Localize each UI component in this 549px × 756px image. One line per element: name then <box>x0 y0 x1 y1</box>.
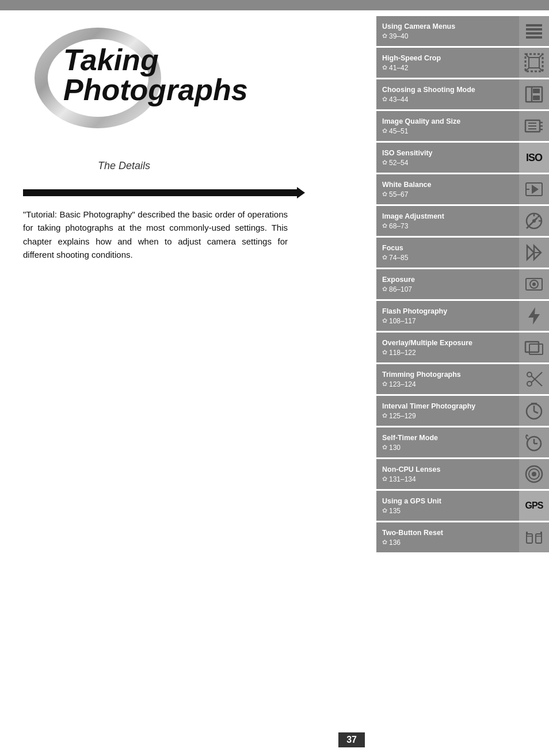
sidebar-title: Focus <box>382 244 514 253</box>
sidebar-pages: ✿ 55–67 <box>382 190 514 198</box>
wb-icon <box>524 179 544 200</box>
svg-rect-0 <box>526 24 542 26</box>
sidebar-title: Overlay/Multiple Exposure <box>382 339 514 348</box>
sidebar-item-white-balance[interactable]: White Balance ✿ 55–67 <box>376 174 549 204</box>
sidebar-title: White Balance <box>382 181 514 189</box>
book-icon: ✿ <box>382 127 387 135</box>
sidebar-pages: ✿ 130 <box>382 444 514 452</box>
sidebar-icon-exposure <box>519 269 549 299</box>
mode-icon <box>524 84 544 105</box>
sidebar-icon-overlay <box>519 333 549 362</box>
sidebar-item-image-adjustment[interactable]: Image Adjustment ✿ 68–73 <box>376 206 549 236</box>
sidebar-icon-crop <box>519 48 549 78</box>
svg-rect-39 <box>529 344 543 354</box>
left-area: Taking Photographs The Details "Tutorial… <box>0 10 376 756</box>
book-icon: ✿ <box>382 317 387 324</box>
sidebar-title: Self-Timer Mode <box>382 434 514 442</box>
sidebar-icon-wb <box>519 174 549 204</box>
sidebar-title: Image Adjustment <box>382 212 514 221</box>
book-icon: ✿ <box>382 380 387 388</box>
sidebar-icon-quality <box>519 111 549 141</box>
book-icon: ✿ <box>382 64 387 71</box>
sidebar-icon-focus <box>519 238 549 268</box>
book-icon: ✿ <box>382 539 387 546</box>
sidebar-item-two-button-reset[interactable]: Two-Button Reset ✿ 136 <box>376 522 549 552</box>
sidebar-text: Using Camera Menus ✿ 39–40 <box>376 16 519 46</box>
sidebar-icon-adjust <box>519 206 549 236</box>
top-bar <box>0 0 549 10</box>
sidebar-icon-flash <box>519 301 549 331</box>
sidebar-item-exposure[interactable]: Exposure ✿ 86–107 <box>376 269 549 299</box>
sidebar-text: Using a GPS Unit ✿ 135 <box>376 491 519 521</box>
page-number: 37 <box>338 732 365 747</box>
sidebar-item-self-timer[interactable]: Self-Timer Mode ✿ 130 <box>376 427 549 457</box>
sidebar-text: Exposure ✿ 86–107 <box>376 269 519 299</box>
gps-text-icon: GPS <box>525 501 543 511</box>
sidebar-title: Non-CPU Lenses <box>382 465 514 474</box>
svg-rect-56 <box>527 534 532 543</box>
sidebar-pages: ✿ 39–40 <box>382 32 514 40</box>
sidebar-pages: ✿ 125–129 <box>382 412 514 420</box>
sidebar-title: Exposure <box>382 276 514 284</box>
sidebar-item-non-cpu[interactable]: Non-CPU Lenses ✿ 131–134 <box>376 459 549 489</box>
sidebar-title: High-Speed Crop <box>382 54 514 63</box>
sidebar-icon-trim <box>519 364 549 394</box>
book-icon: ✿ <box>382 475 387 483</box>
book-icon: ✿ <box>382 412 387 419</box>
sidebar-item-focus[interactable]: Focus ✿ 74–85 <box>376 238 549 268</box>
sidebar-text: Interval Timer Photography ✿ 125–129 <box>376 396 519 426</box>
sidebar-item-image-quality[interactable]: Image Quality and Size ✿ 45–51 <box>376 111 549 141</box>
svg-rect-58 <box>526 532 528 534</box>
sidebar-pages: ✿ 52–54 <box>382 159 514 167</box>
sidebar-text: Flash Photography ✿ 108–117 <box>376 301 519 331</box>
sidebar-item-high-speed-crop[interactable]: High-Speed Crop ✿ 41–42 <box>376 48 549 78</box>
sidebar-item-using-camera-menus[interactable]: Using Camera Menus ✿ 39–40 <box>376 16 549 46</box>
interval-icon <box>524 400 544 421</box>
adjust-icon <box>524 211 544 231</box>
sidebar-item-interval-timer[interactable]: Interval Timer Photography ✿ 125–129 <box>376 396 549 426</box>
menu-icon <box>524 21 544 41</box>
svg-line-46 <box>534 411 538 413</box>
book-icon: ✿ <box>382 190 387 198</box>
sidebar-item-overlay[interactable]: Overlay/Multiple Exposure ✿ 118–122 <box>376 333 549 362</box>
sidebar-text: Choosing a Shooting Mode ✿ 43–44 <box>376 79 519 109</box>
book-icon: ✿ <box>382 222 387 230</box>
sidebar-icon-menu <box>519 16 549 46</box>
svg-point-36 <box>532 282 536 286</box>
sidebar-pages: ✿ 45–51 <box>382 127 514 135</box>
sidebar-item-flash[interactable]: Flash Photography ✿ 108–117 <box>376 301 549 331</box>
title-taking: Taking <box>63 45 248 75</box>
self-timer-icon <box>524 432 544 453</box>
sidebar-text: Overlay/Multiple Exposure ✿ 118–122 <box>376 333 519 362</box>
book-icon: ✿ <box>382 159 387 166</box>
sidebar-pages: ✿ 41–42 <box>382 64 514 72</box>
sidebar-item-gps[interactable]: Using a GPS Unit ✿ 135 GPS <box>376 491 549 521</box>
svg-rect-5 <box>529 58 539 68</box>
svg-rect-1 <box>526 28 542 30</box>
subtitle: The Details <box>98 160 359 172</box>
reset-icon <box>524 527 544 548</box>
title-text: Taking Photographs <box>63 45 248 105</box>
book-icon: ✿ <box>382 96 387 103</box>
body-text: "Tutorial: Basic Photography" described … <box>23 208 288 261</box>
book-icon: ✿ <box>382 349 387 356</box>
svg-marker-37 <box>528 307 540 324</box>
title-area: Taking Photographs <box>23 28 213 143</box>
sidebar-pages: ✿ 68–73 <box>382 222 514 230</box>
sidebar-pages: ✿ 136 <box>382 539 514 547</box>
sidebar-item-choosing-shooting-mode[interactable]: Choosing a Shooting Mode ✿ 43–44 <box>376 79 549 109</box>
sidebar-text: High-Speed Crop ✿ 41–42 <box>376 48 519 78</box>
sidebar-item-trimming[interactable]: Trimming Photographs ✿ 123–124 <box>376 364 549 394</box>
svg-marker-22 <box>532 185 539 194</box>
svg-line-30 <box>527 219 536 228</box>
book-icon: ✿ <box>382 254 387 261</box>
sidebar-icon-lens <box>519 459 549 489</box>
sidebar-text: Trimming Photographs ✿ 123–124 <box>376 364 519 394</box>
sidebar-item-iso[interactable]: ISO Sensitivity ✿ 52–54 ISO <box>376 143 549 173</box>
svg-rect-61 <box>540 532 542 534</box>
svg-point-55 <box>532 472 536 476</box>
sidebar-text: Focus ✿ 74–85 <box>376 238 519 268</box>
svg-rect-38 <box>525 342 539 352</box>
svg-rect-59 <box>536 534 542 543</box>
focus-icon <box>524 242 544 263</box>
